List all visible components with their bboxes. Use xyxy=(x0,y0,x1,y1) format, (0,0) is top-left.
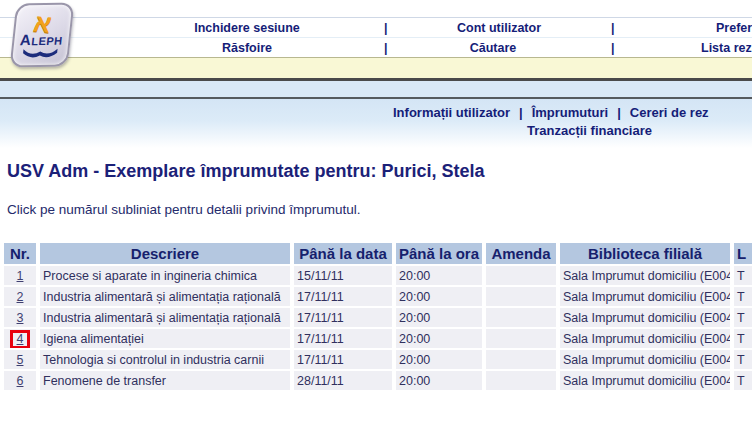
nav-separator: | xyxy=(510,105,532,120)
table-row: 2 Industria alimentară și alimentația ra… xyxy=(4,287,752,306)
loan-extra-clipped: T xyxy=(734,350,752,369)
click-highlight-box: 4 xyxy=(10,330,31,349)
aleph-letter-icon: א xyxy=(33,11,54,34)
loan-fine xyxy=(486,308,556,327)
loan-number-link[interactable]: 1 xyxy=(17,269,24,283)
blue-banner-stripe xyxy=(0,81,752,97)
loan-library: Sala Imprumut domiciliu (E004) xyxy=(560,371,730,390)
table-row: 5 Tehnologia si controlul in industria c… xyxy=(4,350,752,369)
loan-number-cell: 5 xyxy=(4,350,36,369)
loan-number-link[interactable]: 6 xyxy=(17,374,24,388)
loan-due-time: 20:00 xyxy=(396,308,482,327)
loan-fine xyxy=(486,371,556,390)
loan-extra-clipped: T xyxy=(734,329,752,348)
loan-due-date: 15/11/11 xyxy=(294,266,392,285)
loan-due-date: 17/11/11 xyxy=(294,350,392,369)
loans-table-container: Nr. Descriere Până la data Până la ora A… xyxy=(0,241,752,401)
loan-number-link[interactable]: 4 xyxy=(17,332,24,346)
sub-nav-band: Informații utilizator|Împrumuturi|Cereri… xyxy=(0,99,752,148)
nav-item-preferinte[interactable]: Prefer xyxy=(716,21,752,35)
nav-item-rasfoire[interactable]: Răsfoire xyxy=(222,41,272,55)
loan-number-cell: 3 xyxy=(4,308,36,327)
aleph-logo[interactable]: א ALEPH xyxy=(6,1,80,71)
loan-fine xyxy=(486,266,556,285)
loan-description: Industria alimentară și alimentația rați… xyxy=(40,308,290,327)
table-row-highlighted: 4 Igiena alimentației 17/11/11 20:00 Sal… xyxy=(4,329,752,348)
loan-library: Sala Imprumut domiciliu (E004) xyxy=(560,266,730,285)
nav-item-cereri-de-rezervare[interactable]: Cereri de rez xyxy=(630,105,709,120)
loan-extra-clipped: T xyxy=(734,308,752,327)
col-header-pana-la-ora: Până la ora xyxy=(396,243,482,264)
loan-due-date: 17/11/11 xyxy=(294,287,392,306)
nav-separator: | xyxy=(384,21,388,35)
loan-extra-clipped: T xyxy=(734,287,752,306)
nav-separator: | xyxy=(384,41,388,55)
loan-description: Fenomene de transfer xyxy=(40,371,290,390)
open-book-icon xyxy=(20,47,59,59)
loan-number-link[interactable]: 2 xyxy=(17,290,24,304)
loan-library: Sala Imprumut domiciliu (E004) xyxy=(560,308,730,327)
loan-number-link[interactable]: 5 xyxy=(17,353,24,367)
top-banner-stripe xyxy=(0,0,752,17)
loan-due-time: 20:00 xyxy=(396,371,482,390)
loan-description: Procese si aparate in ingineria chimica xyxy=(40,266,290,285)
nav-separator: | xyxy=(611,41,615,55)
loan-description: Tehnologia si controlul in industria car… xyxy=(40,350,290,369)
table-row: 1 Procese si aparate in ingineria chimic… xyxy=(4,266,752,285)
col-header-clipped: L xyxy=(734,243,752,264)
page-title: USV Adm - Exemplare împrumutate pentru: … xyxy=(7,161,484,182)
loan-extra-clipped: T xyxy=(734,371,752,390)
nav-item-inchidere-sesiune[interactable]: Inchidere sesiune xyxy=(194,21,300,35)
aleph-opac-window: Inchidere sesiune | Cont utilizator | Pr… xyxy=(0,0,752,440)
loan-library: Sala Imprumut domiciliu (E004) xyxy=(560,287,730,306)
col-header-descriere: Descriere xyxy=(40,243,290,264)
loan-fine xyxy=(486,350,556,369)
top-nav-row1: Inchidere sesiune | Cont utilizator | Pr… xyxy=(0,17,752,37)
loan-number-cell: 1 xyxy=(4,266,36,285)
top-nav-row2: Răsfoire | Căutare | Lista rezu xyxy=(0,37,752,57)
loan-number-link[interactable]: 3 xyxy=(17,311,24,325)
nav-item-imprumuturi[interactable]: Împrumuturi xyxy=(532,105,609,120)
table-row: 6 Fenomene de transfer 28/11/11 20:00 Sa… xyxy=(4,371,752,390)
nav-item-lista-rezultate[interactable]: Lista rezu xyxy=(701,41,752,55)
nav-item-cont-utilizator[interactable]: Cont utilizator xyxy=(457,21,541,35)
col-header-amenda: Amenda xyxy=(486,243,556,264)
loan-number-cell: 2 xyxy=(4,287,36,306)
aleph-logo-tile: א ALEPH xyxy=(10,2,75,67)
loan-library: Sala Imprumut domiciliu (E004) xyxy=(560,329,730,348)
loan-due-time: 20:00 xyxy=(396,287,482,306)
page-instruction: Click pe numărul subliniat pentru detali… xyxy=(7,202,360,217)
loan-description: Industria alimentară și alimentația rați… xyxy=(40,287,290,306)
loan-extra-clipped: T xyxy=(734,266,752,285)
table-header-row: Nr. Descriere Până la data Până la ora A… xyxy=(4,243,752,264)
loan-due-time: 20:00 xyxy=(396,266,482,285)
loan-due-time: 20:00 xyxy=(396,329,482,348)
loan-due-date: 28/11/11 xyxy=(294,371,392,390)
loan-library: Sala Imprumut domiciliu (E004) xyxy=(560,350,730,369)
sub-nav-line1: Informații utilizator|Împrumuturi|Cereri… xyxy=(393,105,709,120)
nav-item-tranzactii-financiare[interactable]: Tranzacții financiare xyxy=(527,123,652,138)
loan-due-time: 20:00 xyxy=(396,350,482,369)
nav-separator: | xyxy=(608,105,630,120)
col-header-biblioteca: Biblioteca filială xyxy=(560,243,730,264)
loan-description: Igiena alimentației xyxy=(40,329,290,348)
loan-number-cell: 6 xyxy=(4,371,36,390)
sub-nav-line2: Tranzacții financiare xyxy=(527,123,652,138)
nav-separator: | xyxy=(611,21,615,35)
loan-number-cell: 4 xyxy=(4,329,36,348)
yellow-banner-stripe xyxy=(0,57,752,78)
loan-fine xyxy=(486,287,556,306)
nav-item-cautare[interactable]: Căutare xyxy=(470,41,517,55)
nav-item-informatii-utilizator[interactable]: Informații utilizator xyxy=(393,105,510,120)
col-header-pana-la-data: Până la data xyxy=(294,243,392,264)
loan-fine xyxy=(486,329,556,348)
loans-table: Nr. Descriere Până la data Până la ora A… xyxy=(0,241,752,392)
loan-due-date: 17/11/11 xyxy=(294,329,392,348)
table-row: 3 Industria alimentară și alimentația ra… xyxy=(4,308,752,327)
col-header-nr: Nr. xyxy=(4,243,36,264)
loan-due-date: 17/11/11 xyxy=(294,308,392,327)
